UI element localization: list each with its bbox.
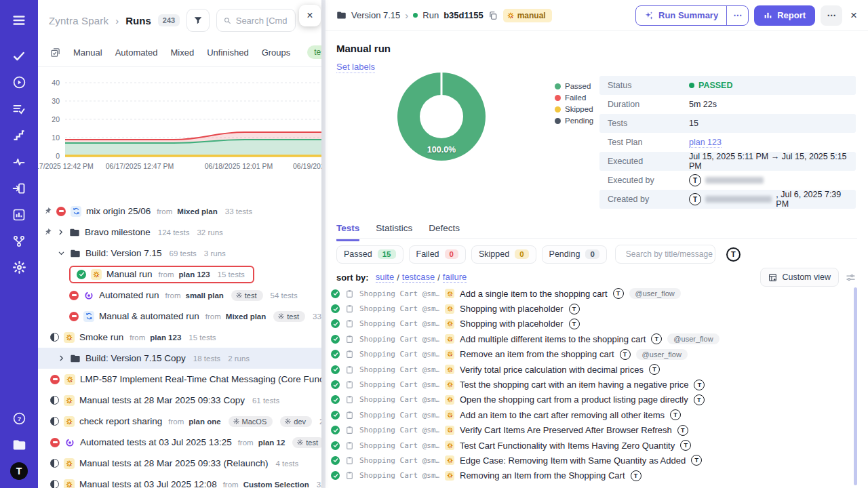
test-row[interactable]: Shopping Cart @sm… Remove an item from t… (331, 347, 850, 362)
results-check-icon[interactable] (5, 43, 33, 69)
runs-play-icon[interactable] (5, 69, 33, 96)
suite-label[interactable]: Shopping Cart @sm… (359, 426, 439, 434)
suite-label[interactable]: Shopping Cart @sm… (359, 304, 439, 313)
report-button[interactable]: Report (754, 5, 815, 26)
branch-icon[interactable] (5, 228, 33, 254)
run-row-manual-1208[interactable]: Manual tests at 03 Jul 2025 12:08 from C… (38, 474, 321, 488)
help-icon[interactable]: ? (5, 405, 33, 432)
test-title[interactable]: Add multiple different items to the shop… (460, 334, 646, 344)
reports-chart-icon[interactable] (5, 201, 33, 228)
assignee-avatar[interactable]: T (726, 247, 741, 262)
run-plan[interactable]: plan 12 (258, 439, 285, 447)
select-runs-icon[interactable] (50, 47, 60, 58)
test-title[interactable]: Shopping with placeholder (460, 304, 564, 314)
filter-failed[interactable]: Failed0 (409, 245, 466, 264)
user-avatar[interactable]: T (10, 462, 28, 480)
test-title[interactable]: Verify total price calculation with deci… (460, 365, 644, 375)
test-title[interactable]: Open the shopping cart from a product li… (460, 394, 688, 405)
run-plan[interactable]: plan 123 (179, 270, 210, 279)
run-plan[interactable]: Mixed plan (226, 312, 266, 321)
tab-manual[interactable]: Manual (73, 47, 102, 58)
test-plan-link[interactable]: plan 123 (689, 138, 722, 148)
run-plan[interactable]: Mixed plan (177, 207, 217, 216)
test-tag[interactable]: @user_flow (667, 333, 719, 344)
run-row-check-report-sharing[interactable]: check report sharing from plan one MacOS… (38, 411, 321, 432)
suite-label[interactable]: Shopping Cart @sm… (359, 395, 439, 404)
tab-groups[interactable]: Groups (262, 47, 291, 58)
tests-search[interactable] (615, 245, 715, 264)
run-row-automated-run[interactable]: Automated run from small plan test 54 te… (38, 285, 321, 306)
test-row[interactable]: Shopping Cart @sm… Test Cart Functionali… (331, 438, 850, 453)
suite-label[interactable]: Shopping Cart @sm… (359, 471, 439, 480)
tests-search-input[interactable] (626, 249, 714, 259)
suite-label[interactable]: Shopping Cart @sm… (359, 365, 439, 374)
suite-label[interactable]: Shopping Cart @sm… (359, 319, 439, 328)
run-row-manual-relaunch[interactable]: Manual tests at 28 Mar 2025 09:33 (Relau… (38, 453, 321, 474)
run-plan[interactable]: small plan (186, 291, 224, 300)
test-title[interactable]: Verify Cart Items Are Preserved After Br… (460, 425, 672, 435)
test-row[interactable]: Shopping Cart @sm… Removing an Item from… (331, 468, 850, 483)
suite-label[interactable]: Shopping Cart @sm… (359, 289, 439, 298)
suite-label[interactable]: Shopping Cart @sm… (359, 411, 439, 420)
custom-view-button[interactable]: Custom view (760, 268, 839, 287)
test-row[interactable]: Shopping Cart @sm… Open the shopping car… (331, 392, 850, 407)
milestones-steps-icon[interactable] (5, 122, 33, 148)
view-settings-icon[interactable] (846, 272, 856, 283)
test-title[interactable]: Add a single item to the shopping cart (460, 289, 608, 299)
breadcrumb-app[interactable]: Zyntra Spark (49, 15, 108, 26)
test-title[interactable]: Add an item to the cart after removing a… (460, 410, 665, 420)
test-row[interactable]: Shopping Cart @sm… Add multiple differen… (331, 331, 850, 346)
import-icon[interactable] (5, 175, 33, 201)
group-row-build-715-copy[interactable]: Build: Version 7.15 Copy 18 tests 2 runs (38, 348, 321, 369)
projects-folder-icon[interactable] (5, 432, 33, 458)
more-actions-button[interactable]: ⋯ (821, 5, 842, 26)
run-row-smoke-run[interactable]: Smoke run from plan 123 15 tests (38, 327, 321, 348)
run-summary-more-button[interactable]: ⋯ (726, 6, 748, 25)
sort-by-testcase[interactable]: testcase (402, 272, 435, 283)
run-row-manual-run-selected[interactable]: Manual run from plan 123 15 tests (38, 264, 321, 285)
runs-search[interactable] (216, 9, 296, 32)
suite-label[interactable]: Shopping Cart @sm… (359, 350, 439, 359)
menu-icon[interactable] (5, 7, 33, 33)
tag-filter-chip[interactable]: tes (307, 45, 321, 59)
filter-passed[interactable]: Passed15 (336, 245, 403, 264)
copy-icon[interactable] (488, 11, 498, 20)
test-title[interactable]: Edge Case: Removing Item with Same Quant… (460, 455, 686, 466)
test-row[interactable]: Shopping Cart @sm… Edge Case: Removing I… (331, 453, 850, 468)
drawer-close-button[interactable]: × (299, 5, 321, 26)
test-row[interactable]: Shopping Cart @sm… Shopping with placeho… (331, 317, 850, 331)
chevron-right-icon[interactable] (56, 228, 64, 236)
test-tag[interactable]: @user_flow (629, 288, 681, 299)
sort-by-suite[interactable]: suite (376, 272, 394, 283)
run-row-lmp587[interactable]: LMP-587 Implement Real-Time Chat Messagi… (38, 369, 321, 390)
test-row[interactable]: Shopping Cart @sm… Add a single item to … (331, 286, 850, 301)
activity-pulse-icon[interactable] (5, 148, 33, 175)
suite-label[interactable]: Shopping Cart @sm… (359, 335, 439, 344)
tab-unfinished[interactable]: Unfinished (207, 47, 248, 58)
run-plan[interactable]: plan one (189, 418, 220, 426)
test-title[interactable]: Test the shopping cart with an item havi… (460, 380, 688, 390)
run-plan[interactable]: Custom Selection (243, 481, 309, 488)
run-summary-button[interactable]: Run Summary (636, 6, 726, 25)
test-row[interactable]: Shopping Cart @sm… Verify Cart Items Are… (331, 423, 850, 438)
sort-by-failure[interactable]: failure (443, 272, 467, 283)
run-plan[interactable]: plan 123 (150, 333, 181, 342)
test-tag[interactable]: @user_flow (636, 349, 688, 360)
test-list-icon[interactable] (5, 96, 33, 122)
run-row-mix-origin[interactable]: mix origin 25/06 from Mixed plan 33 test… (38, 201, 321, 222)
test-title[interactable]: Test Cart Functionality with Items Havin… (460, 441, 675, 451)
filter-skipped[interactable]: Skipped0 (471, 245, 536, 264)
set-labels-link[interactable]: Set labels (336, 62, 375, 73)
settings-gear-icon[interactable] (5, 254, 33, 281)
tab-mixed[interactable]: Mixed (171, 47, 195, 58)
group-row-build-715[interactable]: Build: Version 7.15 69 tests 3 runs (38, 243, 321, 264)
suite-label[interactable]: Shopping Cart @sm… (359, 441, 439, 450)
chevron-down-icon[interactable] (57, 249, 65, 257)
test-row[interactable]: Shopping Cart @sm… Test the shopping car… (331, 377, 850, 392)
test-title[interactable]: Removing an Item from the Shopping Cart (460, 470, 625, 481)
detail-close-button[interactable]: × (850, 9, 857, 22)
run-row-automated-tests[interactable]: Automated tests at 03 Jul 2025 13:25 fro… (38, 432, 321, 453)
filter-pending[interactable]: Pending0 (542, 245, 607, 264)
suite-label[interactable]: Shopping Cart @sm… (359, 380, 439, 389)
run-row-manual-automated[interactable]: Manual & automated run from Mixed plan t… (38, 306, 321, 327)
